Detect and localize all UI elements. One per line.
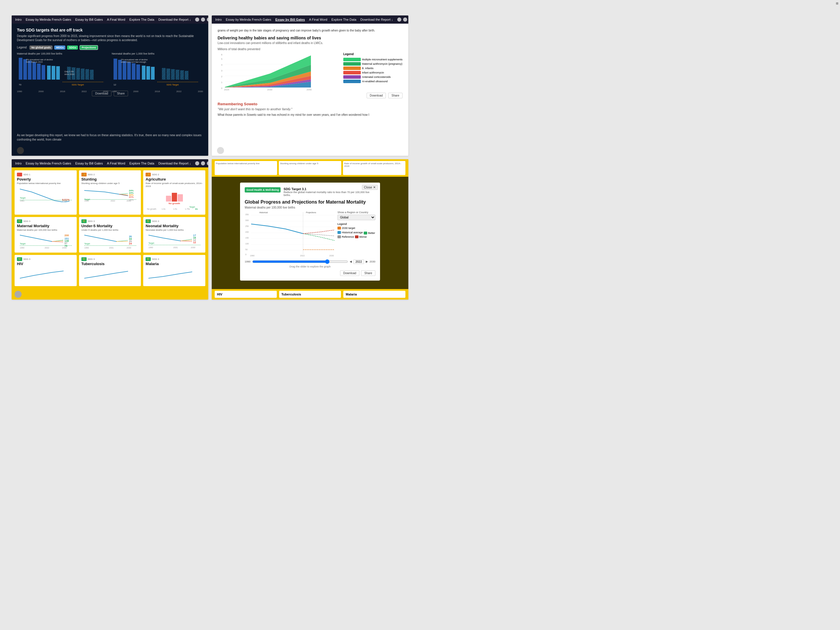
social-icon-2[interactable] bbox=[201, 17, 205, 22]
maternal-progress-chart: 350 300 250 200 150 100 50 0 bbox=[245, 211, 335, 257]
social-icon-8[interactable] bbox=[201, 161, 205, 165]
card-agriculture[interactable]: ⊞ 🌾 SDG 2 Agriculture Rate of income gro… bbox=[143, 171, 205, 215]
social-icon-5[interactable] bbox=[403, 17, 407, 22]
svg-rect-6 bbox=[47, 66, 51, 80]
svg-text:SDG Target: SDG Target bbox=[167, 84, 179, 86]
social-icon-1[interactable] bbox=[195, 17, 199, 22]
nav-intro-2[interactable]: Intro bbox=[215, 18, 222, 21]
maternal-modal: Close ✕ Good Health & Well-Being SDG Tar… bbox=[240, 183, 380, 281]
card-tuberculosis[interactable]: ⊞ 💚 SDG 3 Tuberculosis bbox=[79, 255, 141, 286]
modal-close-button[interactable]: Close ✕ bbox=[362, 185, 378, 190]
year-2016-1: 2016 bbox=[60, 90, 65, 93]
sdg-tuberculosis: SDG 3 bbox=[88, 258, 95, 261]
year-slider-row: 1990 ◀ 2022 ▶ 2030 bbox=[245, 259, 375, 264]
nav-essay-bill-3[interactable]: Essay by Bill Gates bbox=[75, 162, 103, 165]
stacked-area-chart: 0 1 2 3 4 5 6 bbox=[218, 52, 340, 90]
nav-explore-1[interactable]: Explore The Data bbox=[129, 18, 154, 21]
card-under5[interactable]: ⊞ 💚 SDG 3 Under-5 Mortality Under-5 deat… bbox=[79, 217, 141, 253]
sdg-under5: SDG 3 bbox=[88, 220, 95, 223]
share-button-4[interactable]: Share bbox=[361, 270, 375, 276]
peek-sdg-3: Rate of income growth of small-scale pro… bbox=[344, 162, 404, 167]
card-neonatal[interactable]: ⊞ 💚 SDG 3 Neonatal Mortality Neonatal de… bbox=[143, 217, 205, 253]
svg-text:2030: 2030 bbox=[191, 246, 196, 248]
icon-poverty: 🚫 bbox=[17, 173, 22, 177]
nav-essay-melinda-3[interactable]: Essay by Melinda French Gates bbox=[26, 162, 71, 165]
nav-download-report-1[interactable]: Download the Report ↓ bbox=[158, 18, 191, 21]
modal-dl-row: Download Share bbox=[245, 270, 375, 276]
modal-line-chart: 350 300 250 200 150 100 50 0 bbox=[245, 211, 335, 257]
peek-hiv-title: HIV bbox=[217, 292, 275, 296]
nav-final-word-2[interactable]: A Final Word bbox=[309, 18, 327, 21]
year-next[interactable]: ▶ bbox=[366, 260, 368, 263]
nav-final-word-3[interactable]: A Final Word bbox=[107, 162, 125, 165]
panel-essay-bill: Intro Essay by Melinda French Gates Essa… bbox=[212, 16, 408, 156]
legend-item-6: AI-enabled ultrasound bbox=[362, 80, 388, 83]
svg-text:1990: 1990 bbox=[250, 255, 255, 257]
svg-text:3: 3 bbox=[221, 69, 223, 72]
svg-rect-34 bbox=[185, 71, 188, 80]
year-2022-1: 2022 bbox=[81, 90, 87, 93]
chart-maternal: 200 151 138 97 Target 70 1990 2022 2030 bbox=[17, 233, 74, 249]
sdg-hiv: SDG 3 bbox=[23, 258, 30, 261]
legend-hist: Historical average bbox=[342, 231, 363, 234]
social-icon-9[interactable] bbox=[207, 161, 208, 165]
chart2-title: Neonatal deaths per 1,000 live births bbox=[112, 52, 203, 55]
nav-essay-melinda-2[interactable]: Essay by Melinda French Gates bbox=[226, 18, 271, 21]
title-hiv: HIV bbox=[17, 262, 74, 266]
card-malaria[interactable]: ⊞ 💚 SDG 3 Malaria bbox=[143, 255, 205, 286]
legend-item-5: Antenatal corticosteroids bbox=[362, 76, 391, 79]
nav-explore-3[interactable]: Explore The Data bbox=[129, 162, 154, 165]
nav-intro-3[interactable]: Intro bbox=[15, 162, 22, 165]
region-select[interactable]: Global bbox=[338, 215, 375, 220]
download-button-2[interactable]: Download bbox=[366, 93, 386, 98]
nav-essay-bill-1[interactable]: Essay by Bill Gates bbox=[75, 18, 103, 21]
peek-hiv: HIV bbox=[215, 291, 277, 298]
svg-rect-25 bbox=[136, 65, 140, 80]
card-hiv[interactable]: ⊞ 💚 SDG 3 HIV bbox=[14, 255, 77, 286]
svg-rect-27 bbox=[147, 66, 150, 80]
year-prev[interactable]: ◀ bbox=[350, 260, 352, 263]
nav-explore-2[interactable]: Explore The Data bbox=[332, 18, 356, 21]
svg-text:2030: 2030 bbox=[62, 247, 67, 249]
desc-maternal: Maternal deaths per 100,000 live births bbox=[17, 229, 74, 232]
download-button-4[interactable]: Download bbox=[340, 270, 359, 276]
soweto-quote: "We just don't want this to happen to an… bbox=[218, 107, 403, 111]
svg-text:21%: 21% bbox=[129, 196, 134, 198]
peek-tb: Tuberculosis bbox=[279, 291, 341, 298]
svg-text:Target: Target bbox=[84, 243, 90, 245]
chart-poverty: 8.51% 1981 2019 Target bbox=[17, 186, 74, 202]
nav-download-report-3[interactable]: Download the Report ↓ bbox=[158, 162, 191, 165]
svg-text:2: 2 bbox=[221, 75, 223, 78]
sdg-poverty: SDG 1 bbox=[23, 173, 30, 176]
nav-essay-bill-2[interactable]: Essay by Bill Gates bbox=[275, 18, 305, 21]
year-slider[interactable] bbox=[252, 259, 348, 264]
nav-download-report-2[interactable]: Download the Report ↓ bbox=[360, 18, 393, 21]
title-malaria: Malaria bbox=[145, 262, 203, 266]
svg-text:2024: 2024 bbox=[224, 88, 229, 90]
svg-text:1990: 1990 bbox=[20, 247, 25, 249]
annotation-2: Only 0.5%since 2016 bbox=[65, 71, 74, 76]
nav-essay-melinda-1[interactable]: Essay by Melinda French Gates bbox=[26, 18, 71, 21]
desc-neonatal: Neonatal deaths per 1,000 live births bbox=[145, 229, 203, 232]
nav-final-word-1[interactable]: A Final Word bbox=[107, 18, 125, 21]
social-icon-4[interactable] bbox=[397, 17, 401, 22]
nav-intro-1[interactable]: Intro bbox=[15, 18, 22, 21]
chart-agriculture-axis: No growth 1.0x 1.5x 1.75x 2x Target bbox=[145, 205, 203, 211]
svg-text:2040: 2040 bbox=[306, 88, 312, 90]
card-stunting[interactable]: ⊞ 🌾 SDG 2 Stunting Stunting among childr… bbox=[79, 171, 141, 215]
share-button-2[interactable]: Share bbox=[388, 93, 403, 98]
year-2030: 2030 bbox=[369, 260, 375, 263]
card-maternal[interactable]: ⊞ 💚 SDG 3 Maternal Mortality Maternal de… bbox=[14, 217, 77, 253]
svg-text:300: 300 bbox=[245, 219, 249, 221]
social-icon-7[interactable] bbox=[195, 161, 199, 165]
svg-rect-12 bbox=[81, 68, 85, 80]
peek-card-3: Rate of income growth of small-scale pro… bbox=[343, 161, 406, 175]
svg-text:Target: Target bbox=[189, 206, 195, 208]
social-icon-3[interactable] bbox=[207, 17, 208, 22]
svg-text:Target: Target bbox=[148, 242, 154, 245]
svg-text:Target: Target bbox=[84, 198, 90, 201]
card-poverty[interactable]: ⊞ 🚫 SDG 1 Poverty Population below inter… bbox=[14, 171, 77, 215]
svg-text:Historical: Historical bbox=[259, 212, 268, 213]
modal-chart-title: Maternal deaths per 100,000 live births bbox=[245, 206, 375, 209]
sdg-target-desc: Reduce the global maternal mortality rat… bbox=[284, 191, 375, 197]
